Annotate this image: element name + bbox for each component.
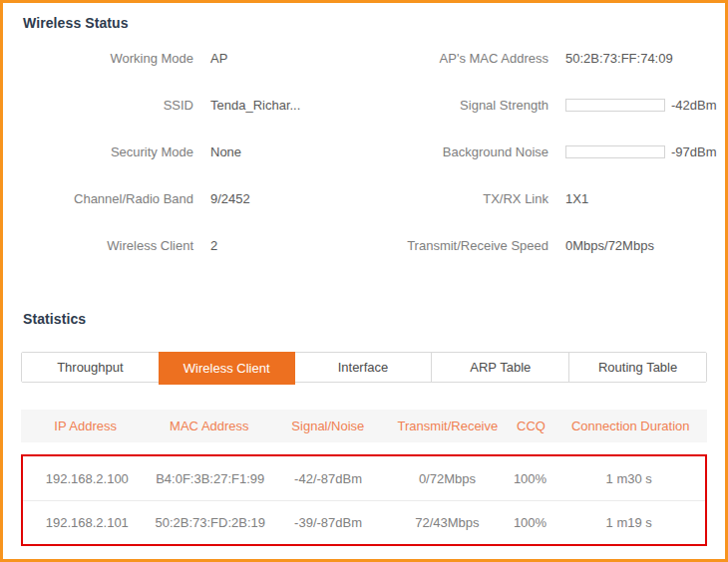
tx-rx-link-label: TX/RX Link	[364, 191, 548, 206]
channel-radio-band-row: Channel/Radio Band 9/2452	[21, 175, 364, 222]
cell-ip-address: 192.168.2.100	[23, 471, 152, 486]
header-ccq: CCQ	[508, 419, 553, 433]
header-signal-noise: Signal/Noise	[268, 419, 387, 433]
ssid-value: Tenda_Richar...	[210, 98, 300, 113]
cell-signal-noise: -39/-87dBm	[269, 515, 387, 530]
transmit-receive-speed-label: Transmit/Receive Speed	[364, 238, 548, 253]
working-mode-row: Working Mode AP	[21, 35, 364, 82]
status-right-column: AP's MAC Address 50:2B:73:FF:74:09 Signa…	[364, 35, 707, 269]
security-mode-value: None	[210, 144, 241, 159]
wireless-client-value: 2	[210, 238, 217, 253]
signal-strength-row: Signal Strength -42dBm	[364, 82, 707, 129]
tx-rx-link-value: 1X1	[565, 191, 588, 206]
cell-ccq: 100%	[508, 471, 553, 486]
wireless-status-title: Wireless Status	[21, 15, 707, 31]
wireless-status-grid: Working Mode AP SSID Tenda_Richar... Sec…	[21, 35, 707, 269]
cell-signal-noise: -42/-87dBm	[269, 471, 387, 486]
working-mode-value: AP	[210, 51, 227, 66]
cell-transmit-receive: 0/72Mbps	[387, 471, 507, 486]
header-transmit-receive: Transmit/Receive	[387, 419, 508, 433]
header-mac-address: MAC Address	[150, 419, 268, 433]
cell-connection-duration: 1 m19 s	[552, 515, 705, 530]
cell-ccq: 100%	[508, 515, 553, 530]
header-connection-duration: Connection Duration	[554, 419, 707, 433]
ssid-row: SSID Tenda_Richar...	[21, 82, 364, 129]
tab-wireless-client[interactable]: Wireless Client	[159, 352, 295, 385]
highlight-red-box: 192.168.2.100 B4:0F:3B:27:F1:99 -42/-87d…	[21, 454, 707, 546]
signal-strength-value: -42dBm	[565, 98, 717, 113]
channel-radio-band-value: 9/2452	[210, 191, 250, 206]
transmit-receive-speed-value: 0Mbps/72Mbps	[565, 238, 654, 253]
ssid-label: SSID	[21, 98, 193, 113]
tab-throughput[interactable]: Throughput	[22, 353, 160, 382]
tab-arp-table[interactable]: ARP Table	[432, 353, 569, 382]
status-left-column: Working Mode AP SSID Tenda_Richar... Sec…	[21, 35, 364, 269]
signal-strength-bar	[565, 99, 665, 112]
background-noise-text: -97dBm	[671, 144, 717, 159]
wireless-client-row: Wireless Client 2	[21, 222, 364, 269]
status-page: Wireless Status Working Mode AP SSID Ten…	[3, 3, 725, 546]
background-noise-bar	[565, 145, 665, 158]
security-mode-label: Security Mode	[21, 144, 193, 159]
cell-transmit-receive: 72/43Mbps	[387, 515, 507, 530]
background-noise-row: Background Noise -97dBm	[364, 129, 707, 175]
cell-mac-address: B4:0F:3B:27:F1:99	[152, 471, 269, 486]
background-noise-label: Background Noise	[364, 144, 548, 159]
tab-routing-table[interactable]: Routing Table	[569, 353, 706, 382]
header-ip-address: IP Address	[21, 419, 150, 433]
signal-strength-label: Signal Strength	[364, 98, 548, 113]
wireless-client-label: Wireless Client	[21, 238, 193, 253]
tx-rx-link-row: TX/RX Link 1X1	[364, 175, 707, 222]
security-mode-row: Security Mode None	[21, 129, 364, 175]
cell-mac-address: 50:2B:73:FD:2B:19	[152, 515, 269, 530]
background-noise-value: -97dBm	[565, 144, 717, 159]
working-mode-label: Working Mode	[21, 51, 193, 66]
table-row: 192.168.2.101 50:2B:73:FD:2B:19 -39/-87d…	[23, 500, 705, 544]
statistics-tab-bar: Throughput Wireless Client Interface ARP…	[21, 352, 707, 383]
tab-interface[interactable]: Interface	[295, 353, 433, 382]
channel-radio-band-label: Channel/Radio Band	[21, 191, 193, 206]
ap-mac-address-value: 50:2B:73:FF:74:09	[565, 51, 673, 66]
transmit-receive-speed-row: Transmit/Receive Speed 0Mbps/72Mbps	[364, 222, 707, 269]
ap-mac-address-label: AP's MAC Address	[364, 51, 548, 66]
ap-mac-address-row: AP's MAC Address 50:2B:73:FF:74:09	[364, 35, 707, 82]
client-table-header: IP Address MAC Address Signal/Noise Tran…	[21, 410, 707, 442]
cell-connection-duration: 1 m30 s	[552, 471, 705, 486]
statistics-title: Statistics	[21, 311, 707, 327]
cell-ip-address: 192.168.2.101	[23, 515, 152, 530]
table-row: 192.168.2.100 B4:0F:3B:27:F1:99 -42/-87d…	[23, 456, 705, 500]
signal-strength-text: -42dBm	[671, 98, 717, 113]
